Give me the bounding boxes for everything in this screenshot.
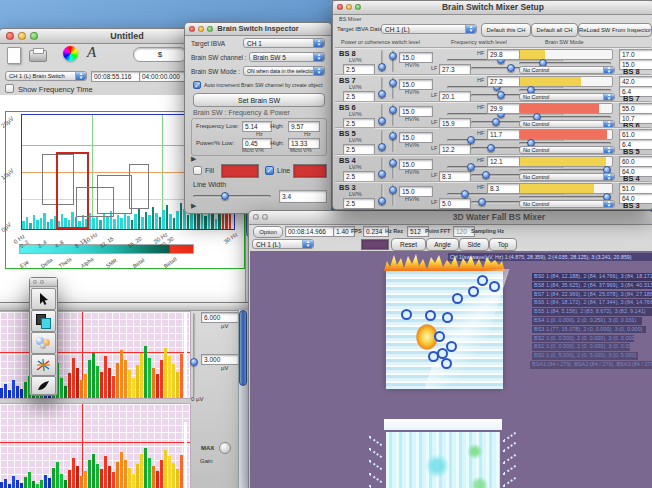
power-high-slider-thumb[interactable]: [389, 79, 397, 87]
mode-popup[interactable]: No Control▲▼: [519, 173, 615, 181]
palette-close-button[interactable]: [33, 280, 37, 284]
selection-region[interactable]: [129, 164, 149, 209]
print-icon[interactable]: [29, 50, 47, 62]
lf-slider-thumb[interactable]: [497, 91, 505, 99]
color-wheel-icon[interactable]: [63, 46, 78, 61]
close-button[interactable]: [6, 32, 14, 40]
auto-increment-checkbox[interactable]: ✓: [193, 81, 201, 89]
hf-field[interactable]: 8.3: [487, 183, 521, 194]
line-checkbox[interactable]: ✓: [265, 166, 274, 175]
power-low-slider-thumb[interactable]: [378, 143, 386, 151]
lf-slider-thumb[interactable]: [487, 144, 495, 152]
mode-slider-track[interactable]: [519, 196, 611, 199]
hf-field[interactable]: 29.9: [487, 103, 521, 114]
lf-field[interactable]: 5.0: [439, 198, 471, 209]
power-low-slider-thumb[interactable]: [378, 170, 386, 178]
spectrum-vscrollbar[interactable]: [238, 310, 248, 488]
layers-tool[interactable]: [31, 310, 56, 332]
lf-slider-thumb[interactable]: [482, 171, 490, 179]
side-button[interactable]: Side: [459, 238, 489, 251]
mixer-close-button[interactable]: [337, 4, 343, 10]
new-document-icon[interactable]: [7, 47, 21, 64]
max-knob[interactable]: [219, 442, 231, 454]
mixer-minimize-button[interactable]: [346, 4, 352, 10]
lf-slider-thumb[interactable]: [507, 64, 515, 72]
mode-popup[interactable]: No Control▲▼: [519, 200, 615, 208]
power-high-slider-thumb[interactable]: [389, 186, 397, 194]
palette-collapse-button[interactable]: [40, 280, 44, 284]
channel-popup[interactable]: CH 1 (L) Brain Switch ▲▼: [5, 71, 87, 81]
zoom-button[interactable]: [30, 32, 38, 40]
mode-popup[interactable]: No Control▲▼: [519, 93, 615, 101]
power-low-slider-thumb[interactable]: [378, 197, 386, 205]
inspector-close-button[interactable]: [189, 26, 195, 32]
waterfall-close-button[interactable]: [253, 214, 259, 220]
disclosure-triangle-2[interactable]: ▶: [191, 202, 196, 210]
waterfall-minimize-button[interactable]: [262, 214, 268, 220]
power-high-slider-thumb[interactable]: [389, 52, 397, 60]
power-low-slider-thumb[interactable]: [378, 117, 386, 125]
fill-color-swatch[interactable]: [221, 164, 259, 178]
mode-popup[interactable]: No Control▲▼: [519, 66, 615, 74]
mode-slider-track[interactable]: [519, 169, 611, 172]
minimize-button[interactable]: [18, 32, 26, 40]
fill-checkbox[interactable]: [193, 166, 202, 175]
hf-slider-thumb[interactable]: [467, 136, 475, 144]
wf-channel-popup[interactable]: CH 1 (L) ▲▼: [252, 239, 314, 249]
mixer-zoom-button[interactable]: [355, 4, 361, 10]
set-brain-sw-button[interactable]: Set Brain SW: [193, 93, 325, 107]
inspector-zoom-button[interactable]: [207, 26, 213, 32]
lf-slider-thumb[interactable]: [478, 198, 486, 206]
angle-button[interactable]: Angle: [426, 238, 459, 251]
gain-top-field[interactable]: 6.000: [201, 312, 239, 323]
power-high-slider-thumb[interactable]: [389, 106, 397, 114]
hf-slider-thumb[interactable]: [467, 163, 475, 171]
gain-mid-field[interactable]: 3.000: [201, 354, 239, 365]
hf-field[interactable]: 12.1: [487, 156, 521, 167]
gain-slider-track[interactable]: [193, 313, 196, 397]
search-field[interactable]: $: [133, 47, 187, 62]
inspector-minimize-button[interactable]: [198, 26, 204, 32]
wf-color-swatch[interactable]: [361, 239, 389, 250]
mode-slider-track[interactable]: [519, 62, 611, 65]
power-high-slider-thumb[interactable]: [389, 132, 397, 140]
show-frequency-time-checkbox[interactable]: [5, 84, 14, 93]
reset-button[interactable]: Reset: [391, 238, 426, 251]
disclosure-triangle-1[interactable]: ▶: [191, 155, 196, 163]
scatter-lines-tool[interactable]: [31, 354, 56, 376]
palette-titlebar[interactable]: [30, 278, 57, 287]
line-width-slider-thumb[interactable]: [221, 192, 229, 200]
balls-tool[interactable]: [31, 332, 56, 354]
mode-popup[interactable]: No Control▲▼: [519, 146, 615, 154]
top-button[interactable]: Top: [489, 238, 517, 251]
hf-field[interactable]: 11.7: [487, 129, 521, 140]
waterfall-client[interactable]: CH 1(sw wave(µV, Hz) 1:(4.875, 28.359), …: [250, 251, 652, 488]
spectrum-panel-bottom[interactable]: [0, 403, 191, 488]
brain-sw-mode-popup[interactable]: ON when data in the selection ▲▼: [243, 66, 325, 76]
mixer-target-popup[interactable]: CH 1 (L) ▲▼: [381, 24, 477, 34]
gain-slider-thumb[interactable]: [190, 358, 198, 366]
time-total-field[interactable]: 04:00:00.000: [139, 71, 189, 82]
pointer-tool[interactable]: [31, 288, 56, 310]
mode-popup[interactable]: No Control▲▼: [519, 120, 615, 128]
line-width-slider-track[interactable]: [193, 195, 271, 198]
pen-tool[interactable]: [31, 376, 56, 395]
brain-sw-channel-popup[interactable]: Brain SW 5 ▲▼: [249, 52, 325, 62]
mixer-titlebar[interactable]: Brain Switch Mixer Setup: [333, 1, 652, 15]
inspector-titlebar[interactable]: Brain Switch Inspector: [185, 23, 331, 36]
line-color-swatch[interactable]: [293, 164, 327, 178]
hf-field[interactable]: 29.8: [487, 49, 521, 60]
time-current-field[interactable]: 00:08:55.116: [91, 71, 141, 82]
spectrum-vscroll-thumb[interactable]: [239, 310, 247, 386]
selection-region[interactable]: [97, 175, 132, 214]
line-width-field[interactable]: 3.4: [279, 190, 327, 203]
hf-field[interactable]: 27.2: [487, 76, 521, 87]
target-ibva-popup[interactable]: CH 1 ▲▼: [243, 38, 325, 48]
waterfall-titlebar[interactable]: 3D Water Fall BS Mixer: [249, 211, 652, 225]
power-high-slider-thumb[interactable]: [389, 159, 397, 167]
font-panel-icon[interactable]: A: [87, 44, 96, 61]
default-this-ch-button[interactable]: Default this CH: [481, 23, 531, 37]
reload-sw-button[interactable]: ReLoad SW From Inspector: [578, 23, 652, 37]
lf-slider-thumb[interactable]: [492, 118, 500, 126]
default-all-ch-button[interactable]: Default all CH: [531, 23, 578, 37]
